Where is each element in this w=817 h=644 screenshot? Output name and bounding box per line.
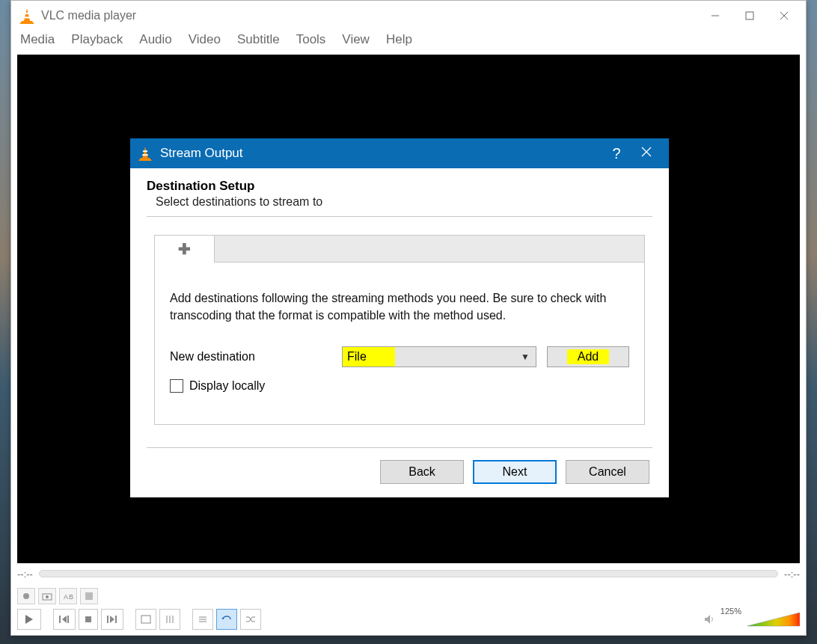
svg-rect-12 bbox=[59, 616, 61, 623]
svg-point-6 bbox=[23, 593, 29, 599]
menu-tools[interactable]: Tools bbox=[296, 32, 326, 47]
menu-video[interactable]: Video bbox=[189, 32, 221, 47]
menu-audio[interactable]: Audio bbox=[139, 32, 171, 47]
titlebar: VLC media player bbox=[11, 1, 806, 31]
time-elapsed: --:-- bbox=[17, 568, 33, 580]
tab-content: Add destinations following the streaming… bbox=[155, 263, 644, 424]
svg-rect-0 bbox=[25, 13, 30, 14]
stream-output-dialog: Stream Output ? Destination Setup Select… bbox=[130, 138, 669, 497]
svg-rect-16 bbox=[115, 616, 117, 623]
volume-slider[interactable] bbox=[747, 611, 800, 628]
svg-rect-24 bbox=[143, 150, 147, 152]
svg-text:B: B bbox=[69, 593, 73, 601]
divider bbox=[147, 447, 652, 448]
dialog-title: Stream Output bbox=[160, 146, 602, 161]
vlc-cone-icon bbox=[138, 146, 153, 161]
atob-icon[interactable]: AB bbox=[59, 588, 77, 604]
dialog-titlebar: Stream Output ? bbox=[130, 138, 669, 168]
time-total: --:-- bbox=[784, 568, 800, 580]
vlc-cone-icon bbox=[19, 7, 35, 24]
seek-track[interactable] bbox=[39, 570, 778, 577]
new-destination-label: New destination bbox=[170, 350, 342, 364]
add-tab-button[interactable]: ✚ bbox=[155, 236, 215, 263]
svg-rect-15 bbox=[107, 616, 108, 623]
destination-selected: File bbox=[343, 347, 395, 367]
play-button[interactable] bbox=[17, 609, 41, 630]
playlist-button[interactable] bbox=[192, 609, 213, 630]
stop-button[interactable] bbox=[79, 609, 98, 630]
menu-playback[interactable]: Playback bbox=[71, 32, 123, 47]
shuffle-button[interactable] bbox=[240, 609, 261, 630]
dialog-subheading: Select destinations to stream to bbox=[156, 195, 652, 209]
tab-strip: ✚ bbox=[155, 236, 644, 263]
menu-view[interactable]: View bbox=[342, 32, 370, 47]
next-button[interactable]: Next bbox=[473, 460, 557, 484]
snapshot-icon[interactable] bbox=[38, 588, 56, 604]
display-locally-checkbox[interactable] bbox=[170, 379, 183, 393]
svg-rect-17 bbox=[141, 616, 150, 623]
loop-button[interactable] bbox=[216, 609, 237, 630]
frame-icon[interactable] bbox=[80, 588, 98, 604]
back-button[interactable]: Back bbox=[380, 460, 464, 484]
svg-rect-13 bbox=[67, 616, 69, 623]
svg-rect-14 bbox=[85, 616, 91, 622]
instruction-text: Add destinations following the streaming… bbox=[170, 289, 629, 324]
mini-toolbar: AB bbox=[17, 587, 800, 605]
dialog-buttons: Back Next Cancel bbox=[147, 460, 652, 484]
svg-rect-11 bbox=[85, 592, 93, 600]
fullscreen-button[interactable] bbox=[135, 609, 156, 630]
dialog-close-button[interactable] bbox=[631, 147, 661, 160]
cancel-button[interactable]: Cancel bbox=[566, 460, 649, 484]
display-locally-label: Display locally bbox=[189, 379, 265, 393]
help-button[interactable]: ? bbox=[602, 145, 631, 162]
speaker-icon[interactable] bbox=[703, 613, 716, 626]
menubar: Media Playback Audio Video Subtitle Tool… bbox=[11, 31, 806, 53]
dialog-heading: Destination Setup bbox=[147, 179, 652, 194]
add-button[interactable]: Add bbox=[547, 346, 629, 367]
svg-rect-25 bbox=[142, 154, 148, 156]
close-button[interactable] bbox=[767, 4, 801, 27]
minimize-button[interactable] bbox=[698, 4, 732, 27]
destination-dropdown[interactable]: File ▼ bbox=[342, 346, 536, 367]
svg-rect-1 bbox=[24, 16, 30, 18]
dialog-body: Destination Setup Select destinations to… bbox=[130, 168, 669, 497]
ext-settings-button[interactable] bbox=[159, 609, 180, 630]
svg-rect-3 bbox=[746, 12, 753, 19]
destination-tab-panel: ✚ Add destinations following the streami… bbox=[154, 235, 645, 425]
svg-text:A: A bbox=[64, 593, 68, 601]
chevron-down-icon: ▼ bbox=[515, 352, 536, 362]
record-icon[interactable] bbox=[17, 588, 35, 604]
menu-media[interactable]: Media bbox=[20, 32, 55, 47]
maximize-button[interactable] bbox=[732, 4, 767, 27]
next-button[interactable] bbox=[101, 609, 123, 630]
divider bbox=[147, 216, 652, 217]
volume-label: 125% bbox=[720, 607, 741, 616]
player-controls: 125% bbox=[17, 608, 800, 631]
svg-point-8 bbox=[46, 595, 49, 598]
menu-subtitle[interactable]: Subtitle bbox=[237, 32, 280, 47]
seekbar: --:-- --:-- bbox=[17, 566, 800, 581]
menu-help[interactable]: Help bbox=[386, 32, 412, 47]
prev-button[interactable] bbox=[53, 609, 76, 630]
window-title: VLC media player bbox=[41, 9, 698, 22]
